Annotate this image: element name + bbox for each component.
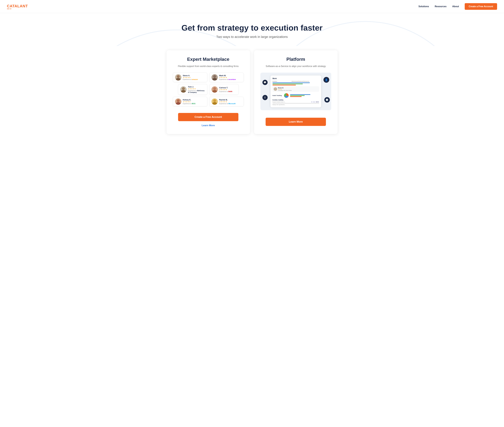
mock-deploy-label: Deploy new operational... (273, 104, 319, 105)
platform-title: Platform (287, 57, 305, 62)
svg-point-15 (176, 102, 180, 105)
expert-avatar-carissa (211, 86, 218, 93)
mock-resources-col: Internal and External Resources (292, 81, 319, 82)
mock-portfolio-section: Portfolio Visibility Expand market share… (273, 99, 319, 105)
mock-stats: 4 11 $9.0M (311, 101, 319, 103)
floating-icon-clock: 🕐 (324, 97, 330, 103)
expert-info-steve: Steve A. ★★★★★ Experience at amazon (183, 75, 198, 80)
floating-icon-list: ☰ (262, 95, 268, 100)
marketplace-cta-button[interactable]: Create a Free Account (178, 113, 238, 121)
mock-bar-2 (273, 84, 303, 84)
expert-info-kelsey: Kelsey E. ★★★★★ Experience at BCG (183, 99, 195, 104)
mock-expand-label: Expand market share in... (273, 101, 311, 103)
expert-company-rachel: Microsoft (228, 103, 236, 104)
expert-company-tom: McKinsey & Company (188, 90, 205, 93)
mock-profile-info: Renee W. ★★★★ Cambridge, MA | Johns Hoki… (278, 87, 292, 91)
logo-wordmark: CATALANT (7, 4, 28, 8)
navbar: CATALANT Solutions Resources About Creat… (0, 0, 504, 13)
mock-stat-3: $9.0M (315, 101, 319, 103)
svg-point-8 (213, 75, 216, 78)
expert-stars-carissa: ★★★★★ (219, 89, 232, 91)
expert-avatar-steve (175, 74, 181, 81)
mock-donut-chart (284, 93, 289, 98)
svg-point-14 (177, 99, 180, 102)
expert-info-rachel: Rachel B. ★★★★★ Experience at Microsoft (219, 99, 236, 104)
mock-work-label: Work (273, 77, 319, 80)
logo-bar-2 (10, 9, 11, 9)
expert-company-steve: amazon (192, 78, 198, 80)
expert-stars-mark: ★★★★★ (219, 77, 236, 78)
expert-exp-carissa: Experience at BAIN (219, 91, 232, 92)
mock-profile-stars: ★★★★ (278, 89, 292, 90)
mock-progress-bar-empty (273, 103, 319, 104)
mock-profile-name: Renee W. (278, 87, 292, 89)
expert-name-kelsey: Kelsey E. (183, 99, 195, 101)
expert-stars-rachel: ★★★★★ (219, 101, 236, 103)
expert-exp-steve: Experience at amazon (183, 78, 198, 80)
mock-goal-bar-3 (290, 96, 302, 97)
platform-subtitle: Software-as-a-Service to align your work… (266, 65, 326, 68)
expert-stars-kelsey: ★★★★★ (183, 101, 195, 103)
mock-portfolio-label: Portfolio Visibility (273, 99, 319, 101)
cards-section: Expert Marketplace Flexible support from… (0, 46, 504, 143)
expert-name-carissa: Carissa T. (219, 87, 232, 89)
expert-card-carissa: Carissa T. ★★★★★ Experience at BAIN (209, 84, 238, 95)
svg-point-17 (212, 102, 217, 105)
expert-avatar-mark (211, 74, 218, 81)
expert-info-tom: Tom J. ★★★★★ Experience at McKinsey & Co… (188, 86, 205, 93)
nav-solutions[interactable]: Solutions (418, 5, 429, 8)
platform-mockup: 💬 👤 🕐 ☰ Work Initiative Internal and Ext… (260, 73, 331, 110)
expert-exp-rachel: Experience at Microsoft (219, 103, 236, 104)
expert-card-kelsey: Kelsey E. ★★★★★ Experience at BCG (173, 97, 207, 106)
mock-main-window: Work Initiative Internal and External Re… (270, 76, 321, 107)
expert-name-steve: Steve A. (183, 75, 198, 77)
mock-stat-1: 4 (311, 101, 312, 103)
svg-point-7 (176, 78, 180, 81)
svg-point-13 (212, 90, 217, 93)
expert-avatar-tom (180, 86, 186, 93)
expert-info-mark: Mark M. ★★★★★ Experience at accenture (219, 75, 236, 80)
floating-icon-chat: 💬 (262, 80, 268, 85)
expert-card-steve: Steve A. ★★★★★ Experience at amazon (173, 73, 207, 82)
platform-card: Platform Software-as-a-Service to align … (254, 50, 338, 134)
hero-section: Get from strategy to execution faster Tw… (0, 13, 504, 46)
nav-resources[interactable]: Resources (435, 5, 446, 8)
logo-text: CATALANT (7, 4, 28, 8)
expert-company-mark: accenture (228, 78, 236, 80)
svg-point-16 (213, 99, 216, 102)
hero-subheading: Two ways to accelerate work in large org… (7, 35, 497, 39)
mock-profile-avatar (274, 87, 277, 91)
marketplace-subtitle: Flexible support from world-class expert… (178, 65, 238, 68)
platform-cta-button[interactable]: Learn More (266, 118, 326, 126)
svg-point-10 (182, 87, 185, 90)
mock-profile-loc: Cambridge, MA | Johns Hokins (278, 90, 292, 91)
mock-stat-2: 11 (313, 101, 315, 103)
nav-links: Solutions Resources About Create a Free … (418, 3, 497, 10)
mock-goals-label: Goals Tracking (273, 95, 282, 96)
expert-card-mark: Mark M. ★★★★★ Experience at accenture (209, 73, 244, 82)
expert-company-carissa: BAIN (228, 91, 232, 92)
mock-bar-1 (273, 82, 310, 83)
expert-row-3: Kelsey E. ★★★★★ Experience at BCG Rachel… (173, 97, 244, 106)
expert-card-tom: Tom J. ★★★★★ Experience at McKinsey & Co… (178, 84, 207, 95)
expert-name-rachel: Rachel B. (219, 99, 236, 101)
expert-stars-steve: ★★★★★ (183, 77, 198, 78)
logo-bar-1 (7, 9, 9, 9)
logo[interactable]: CATALANT (7, 4, 28, 9)
expert-exp-tom: Experience at McKinsey & Company (188, 90, 205, 93)
nav-cta-button[interactable]: Create a Free Account (465, 3, 497, 10)
expert-exp-mark: Experience at accenture (219, 78, 236, 80)
nav-about[interactable]: About (452, 5, 459, 8)
expert-row-2: Tom J. ★★★★★ Experience at McKinsey & Co… (178, 84, 238, 95)
hero-heading: Get from strategy to execution faster (7, 23, 497, 32)
svg-point-6 (177, 75, 180, 78)
expert-exp-kelsey: Experience at BCG (183, 103, 195, 104)
expert-company-kelsey: BCG (192, 103, 195, 104)
floating-icon-person: 👤 (324, 77, 329, 83)
mock-initiative-col: Initiative (273, 81, 291, 82)
mock-goal-bar-2 (290, 95, 305, 96)
marketplace-learn-more-link[interactable]: Learn More (202, 124, 215, 127)
mock-bar-chart-area (290, 94, 319, 97)
expert-stars-tom: ★★★★★ (188, 88, 205, 90)
expert-grid: Steve A. ★★★★★ Experience at amazon Mark… (173, 73, 244, 108)
